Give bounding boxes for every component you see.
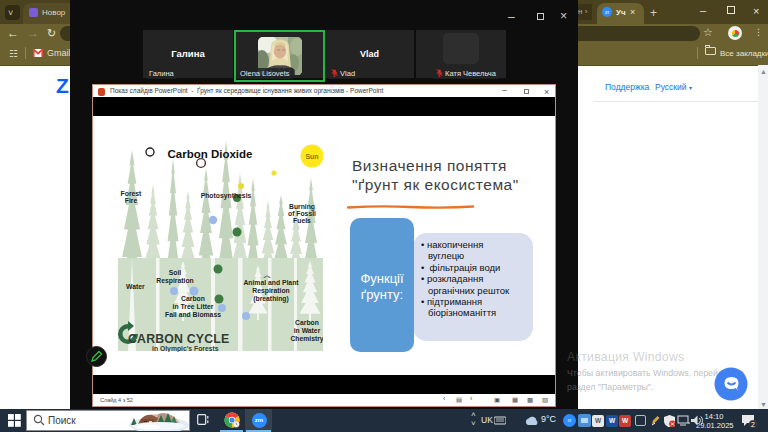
svg-text:Sun: Sun <box>305 153 318 160</box>
svg-text:in Tree Litter: in Tree Litter <box>173 303 214 310</box>
svg-text:Photosynthesis: Photosynthesis <box>201 192 252 200</box>
svg-text:in Water: in Water <box>294 327 321 334</box>
svg-text:Soil: Soil <box>169 269 182 276</box>
svg-text:Carbon: Carbon <box>181 295 205 302</box>
svg-text:Chemistry: Chemistry <box>290 335 323 343</box>
svg-text:Fuels: Fuels <box>293 217 311 224</box>
svg-text:2: 2 <box>751 421 755 428</box>
svg-text:Fire: Fire <box>125 197 138 204</box>
svg-text:Water: Water <box>126 283 145 290</box>
svg-text:Respiration: Respiration <box>252 287 289 295</box>
svg-text:CARBON CYCLE: CARBON CYCLE <box>128 332 229 346</box>
svg-text:Respiration: Respiration <box>156 277 193 285</box>
svg-text:Forest: Forest <box>121 190 143 197</box>
svg-text:in Olympic's Forests: in Olympic's Forests <box>152 345 219 352</box>
svg-text:of Fossil: of Fossil <box>288 210 316 217</box>
svg-text:Carbon Dioxide: Carbon Dioxide <box>168 148 253 160</box>
svg-text:(breathing): (breathing) <box>253 295 289 303</box>
svg-text:Fall and Biomass: Fall and Biomass <box>165 311 221 318</box>
svg-text:Animal and Plant: Animal and Plant <box>243 279 299 286</box>
svg-text:Carbon: Carbon <box>295 319 319 326</box>
